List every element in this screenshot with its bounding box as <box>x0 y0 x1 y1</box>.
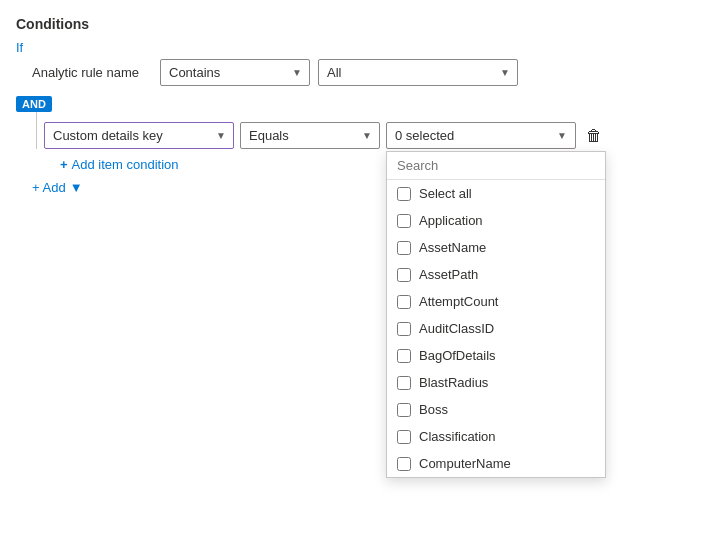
conditions-title: Conditions <box>16 16 688 32</box>
key-dropdown-wrapper[interactable]: Custom details key ▼ <box>44 122 234 149</box>
list-item[interactable]: AssetPath <box>387 261 605 288</box>
add-item-label[interactable]: Add item condition <box>72 157 179 172</box>
list-item[interactable]: Classification <box>387 423 605 450</box>
dropdown-panel: Select all ApplicationAssetNameAssetPath… <box>386 151 606 478</box>
analytic-rule-label: Analytic rule name <box>32 65 152 80</box>
item-label[interactable]: AssetName <box>419 240 486 255</box>
list-item[interactable]: ComputerName <box>387 450 605 477</box>
item-checkbox[interactable] <box>397 241 411 255</box>
item-checkbox[interactable] <box>397 403 411 417</box>
add-label[interactable]: + Add <box>32 180 66 195</box>
item-label[interactable]: ComputerName <box>419 456 511 471</box>
selected-dropdown-wrapper[interactable]: 0 selected ▼ Select all ApplicationAsset… <box>386 122 576 149</box>
vertical-line <box>36 112 37 149</box>
list-item[interactable]: BagOfDetails <box>387 342 605 369</box>
list-item[interactable]: Boss <box>387 396 605 423</box>
key-dropdown[interactable]: Custom details key <box>44 122 234 149</box>
item-checkbox[interactable] <box>397 349 411 363</box>
item-label[interactable]: Boss <box>419 402 448 417</box>
item-label[interactable]: Application <box>419 213 483 228</box>
equals-dropdown-wrapper[interactable]: Equals ▼ <box>240 122 380 149</box>
list-item[interactable]: AttemptCount <box>387 288 605 315</box>
select-all-checkbox[interactable] <box>397 187 411 201</box>
conditions-section: Conditions If Analytic rule name Contain… <box>16 16 688 195</box>
add-chevron-icon: ▼ <box>70 180 83 195</box>
item-checkbox[interactable] <box>397 214 411 228</box>
all-dropdown[interactable]: All <box>318 59 518 86</box>
item-checkbox[interactable] <box>397 457 411 471</box>
delete-button[interactable]: 🗑 <box>582 123 606 149</box>
item-label[interactable]: AssetPath <box>419 267 478 282</box>
search-input[interactable] <box>387 152 605 180</box>
if-label: If <box>16 40 688 55</box>
item-label[interactable]: AttemptCount <box>419 294 499 309</box>
list-item[interactable]: AssetName <box>387 234 605 261</box>
list-item[interactable]: Application <box>387 207 605 234</box>
item-checkbox[interactable] <box>397 322 411 336</box>
contains-dropdown[interactable]: Contains <box>160 59 310 86</box>
item-checkbox[interactable] <box>397 430 411 444</box>
equals-dropdown[interactable]: Equals <box>240 122 380 149</box>
item-label[interactable]: AuditClassID <box>419 321 494 336</box>
item-label[interactable]: BlastRadius <box>419 375 488 390</box>
selected-dropdown-button[interactable]: 0 selected ▼ <box>386 122 576 149</box>
checkbox-list: Select all ApplicationAssetNameAssetPath… <box>387 180 605 477</box>
select-all-label[interactable]: Select all <box>419 186 472 201</box>
select-all-item[interactable]: Select all <box>387 180 605 207</box>
list-item[interactable]: AuditClassID <box>387 315 605 342</box>
list-item[interactable]: BlastRadius <box>387 369 605 396</box>
item-checkbox[interactable] <box>397 376 411 390</box>
all-dropdown-wrapper[interactable]: All ▼ <box>318 59 518 86</box>
custom-details-row: Custom details key ▼ Equals ▼ 0 selected… <box>16 122 688 149</box>
selected-chevron-icon: ▼ <box>557 130 567 141</box>
analytic-rule-row: Analytic rule name Contains ▼ All ▼ <box>16 59 688 86</box>
contains-dropdown-wrapper[interactable]: Contains ▼ <box>160 59 310 86</box>
item-label[interactable]: BagOfDetails <box>419 348 496 363</box>
and-badge: AND <box>16 96 52 112</box>
item-checkbox[interactable] <box>397 268 411 282</box>
item-checkbox[interactable] <box>397 295 411 309</box>
selected-label: 0 selected <box>395 128 454 143</box>
plus-icon: + <box>60 157 68 172</box>
item-label[interactable]: Classification <box>419 429 496 444</box>
